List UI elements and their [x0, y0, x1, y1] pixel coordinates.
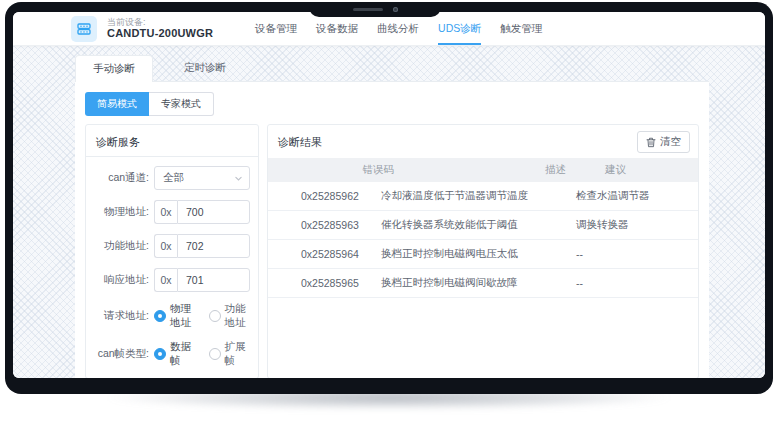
- table-row: 0x25285965 换档正时控制电磁阀间歇故障 --: [268, 269, 698, 298]
- radio-option-label: 物理地址: [170, 302, 196, 330]
- screen: 当前设备: CANDTU-200UWGR 设备管理 设备数据 曲线分析 UDS诊…: [13, 12, 765, 378]
- mode-switch: 简易模式 专家模式: [85, 92, 699, 116]
- nav-item-trigger-manage[interactable]: 触发管理: [500, 12, 542, 45]
- nav-item-uds-diagnosis[interactable]: UDS诊断: [438, 12, 481, 45]
- request-address-radio-group: 物理地址 功能地址: [154, 302, 250, 330]
- functional-address-prefix: 0x: [154, 234, 177, 258]
- column-header-description: 描述: [394, 163, 566, 177]
- frame-type-radio-group: 数据帧 扩展帧: [154, 340, 250, 368]
- physical-address-prefix: 0x: [154, 200, 177, 224]
- device-stack-icon: [76, 21, 92, 37]
- tab-scheduled-diagnosis[interactable]: 定时诊断: [167, 55, 243, 81]
- monitor-bezel: 当前设备: CANDTU-200UWGR 设备管理 设备数据 曲线分析 UDS诊…: [5, 2, 773, 394]
- chevron-down-icon: [234, 174, 243, 183]
- description-cell: 换档正时控制电磁阀间歇故障: [381, 276, 576, 290]
- mode-simple-button[interactable]: 简易模式: [85, 92, 149, 116]
- diagnosis-card: 简易模式 专家模式 诊断服务 can通道:: [75, 81, 709, 378]
- radio-option-label: 数据帧: [170, 340, 196, 368]
- error-code-cell: 0x25285962: [268, 190, 381, 202]
- radio-option-label: 功能地址: [225, 302, 251, 330]
- diagnosis-tabs: 手动诊断 定时诊断: [75, 55, 709, 81]
- can-channel-row: can通道: 全部: [91, 166, 250, 190]
- result-table-header: 错误码 描述 建议: [268, 158, 698, 182]
- camera-notch: [309, 2, 441, 17]
- frame-type-row: can帧类型: 数据帧 扩展帧: [91, 340, 250, 368]
- error-code-cell: 0x25285963: [268, 219, 381, 231]
- request-address-label: 请求地址:: [91, 309, 149, 323]
- request-address-row: 请求地址: 物理地址 功能地址: [91, 302, 250, 330]
- functional-address-row: 功能地址: 0x: [91, 234, 250, 258]
- clear-results-button[interactable]: 清空: [637, 131, 690, 153]
- table-row: 0x25285963 催化转换器系统效能低于阈值 调换转换器: [268, 211, 698, 240]
- result-panel-title: 诊断结果: [278, 135, 322, 150]
- clear-results-label: 清空: [660, 135, 681, 149]
- radio-selected-icon: [154, 310, 166, 322]
- device-label: 当前设备:: [107, 17, 213, 28]
- suggestion-cell: --: [576, 277, 698, 289]
- frame-type-label: can帧类型:: [91, 347, 149, 361]
- can-channel-label: can通道:: [91, 171, 149, 185]
- response-address-prefix: 0x: [154, 268, 177, 292]
- column-header-suggestion: 建议: [566, 163, 626, 177]
- description-cell: 催化转换器系统效能低于阈值: [381, 218, 576, 232]
- trash-icon: [646, 137, 656, 148]
- app-header: 当前设备: CANDTU-200UWGR 设备管理 设备数据 曲线分析 UDS诊…: [13, 12, 765, 46]
- response-address-label: 响应地址:: [91, 273, 149, 287]
- description-cell: 冷却液温度低于节温器调节温度: [381, 189, 576, 203]
- radio-option-physical[interactable]: 物理地址: [154, 302, 196, 330]
- tab-manual-diagnosis[interactable]: 手动诊断: [75, 55, 153, 82]
- can-channel-value: 全部: [163, 171, 184, 185]
- nav-item-device-manage[interactable]: 设备管理: [255, 12, 297, 45]
- physical-address-input[interactable]: [177, 200, 250, 224]
- radio-option-data-frame[interactable]: 数据帧: [154, 340, 196, 368]
- suggestion-cell: --: [576, 248, 698, 260]
- radio-option-functional[interactable]: 功能地址: [209, 302, 251, 330]
- column-header-error-code: 错误码: [268, 163, 394, 177]
- physical-address-row: 物理地址: 0x: [91, 200, 250, 224]
- suggestion-cell: 检查水温调节器: [576, 189, 698, 203]
- page-body: 手动诊断 定时诊断 简易模式 专家模式 诊断服务: [13, 46, 765, 378]
- error-code-cell: 0x25285964: [268, 248, 381, 260]
- result-panel: 诊断结果 清空 错误码 描述: [267, 124, 699, 378]
- service-panel-header: 诊断服务: [86, 125, 258, 157]
- can-channel-select[interactable]: 全部: [154, 166, 250, 190]
- mode-expert-button[interactable]: 专家模式: [149, 92, 214, 116]
- radio-unselected-icon: [209, 348, 221, 360]
- response-address-row: 响应地址: 0x: [91, 268, 250, 292]
- functional-address-input[interactable]: [177, 234, 250, 258]
- radio-option-extended-frame[interactable]: 扩展帧: [209, 340, 251, 368]
- radio-selected-icon: [154, 348, 166, 360]
- result-panel-header: 诊断结果 清空: [268, 125, 698, 158]
- error-code-cell: 0x25285965: [268, 277, 381, 289]
- suggestion-cell: 调换转换器: [576, 218, 698, 232]
- service-panel-title: 诊断服务: [96, 136, 140, 148]
- device-name: CANDTU-200UWGR: [107, 27, 213, 40]
- app-logo: [71, 16, 97, 42]
- radio-option-label: 扩展帧: [225, 340, 251, 368]
- service-panel: 诊断服务 can通道: 全部: [85, 124, 259, 378]
- response-address-input[interactable]: [177, 268, 250, 292]
- speaker-slot: [353, 8, 383, 11]
- content-container: 手动诊断 定时诊断 简易模式 专家模式 诊断服务: [75, 55, 709, 378]
- radio-unselected-icon: [209, 310, 221, 322]
- current-device: 当前设备: CANDTU-200UWGR: [107, 17, 213, 41]
- service-form: can通道: 全部 物理地址:: [86, 157, 258, 378]
- panels: 诊断服务 can通道: 全部: [85, 124, 699, 378]
- table-row: 0x25285964 换档正时控制电磁阀电压太低 --: [268, 240, 698, 269]
- description-cell: 换档正时控制电磁阀电压太低: [381, 247, 576, 261]
- physical-address-label: 物理地址:: [91, 205, 149, 219]
- camera-dot-icon: [393, 7, 398, 12]
- table-row: 0x25285962 冷却液温度低于节温器调节温度 检查水温调节器: [268, 182, 698, 211]
- functional-address-label: 功能地址:: [91, 239, 149, 253]
